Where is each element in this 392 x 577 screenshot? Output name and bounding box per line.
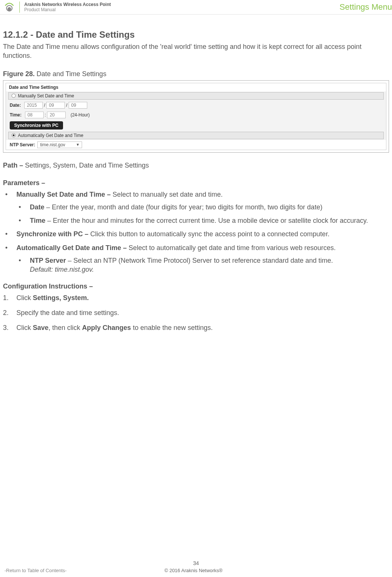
list-item: Date – Enter the year, month and date (f… — [16, 203, 389, 212]
section-heading: 12.1.2 - Date and Time Settings — [3, 29, 389, 40]
list-item: Synchronize with PC – Click this button … — [3, 230, 389, 238]
page-footer: 34 -Return to Table of Contents- © 2016 … — [0, 560, 392, 573]
radio-checked-icon — [12, 133, 16, 137]
ntp-row: NTP Server: time.nist.gov ▼ — [6, 140, 386, 150]
figure-caption: Figure 28. Date and Time Settings — [3, 70, 389, 78]
page-content: 12.1.2 - Date and Time Settings The Date… — [0, 15, 392, 333]
header-subtitle: Product Manual — [24, 7, 339, 12]
figure-title: Date and Time Settings — [35, 70, 106, 78]
parameters-list: Manually Set Date and Time – Select to m… — [3, 190, 389, 274]
date-label: Date: — [10, 103, 21, 108]
manual-date-radio[interactable]: Manually Set Date and Time — [8, 92, 384, 100]
page-header: Araknis Networks Wireless Access Point P… — [0, 0, 392, 15]
ntp-label: NTP Server: — [10, 142, 35, 147]
list-item: Specify the date and time settings. — [3, 308, 389, 317]
time-sep: : — [45, 112, 46, 118]
ss-panel-title: Date and Time Settings — [6, 83, 386, 91]
path-value: Settings, System, Date and Time Settings — [25, 162, 149, 169]
list-item: Automatically Get Date and Time – Select… — [3, 243, 389, 274]
config-steps: Click Settings, System. Specify the date… — [3, 293, 389, 333]
date-month-input[interactable]: 09 — [46, 102, 65, 109]
header-text: Araknis Networks Wireless Access Point P… — [24, 2, 339, 12]
sync-pc-button[interactable]: Synchronize with PC — [10, 121, 63, 130]
header-title: Araknis Networks Wireless Access Point — [24, 2, 339, 7]
time-min-input[interactable]: 20 — [47, 112, 66, 118]
path-line: Path – Settings, System, Date and Time S… — [3, 162, 389, 169]
manual-radio-label: Manually Set Date and Time — [18, 93, 74, 99]
list-item: NTP Server – Select an NTP (Network Time… — [16, 256, 389, 274]
ntp-server-select[interactable]: time.nist.gov ▼ — [37, 141, 82, 148]
settings-menu-link[interactable]: Settings Menu — [339, 2, 392, 12]
figure-screenshot: Date and Time Settings Manually Set Date… — [3, 80, 389, 153]
ntp-value: time.nist.gov — [40, 142, 65, 147]
time-row: Time: 08 : 20 (24-Hour) — [6, 110, 386, 120]
radio-icon — [12, 94, 16, 98]
section-intro: The Date and Time menu allows configurat… — [3, 42, 389, 60]
figure-label: Figure 28. — [3, 70, 35, 78]
path-label: Path – — [3, 162, 25, 169]
time-label: Time: — [10, 112, 22, 118]
return-toc-link[interactable]: -Return to Table of Contents- — [4, 568, 67, 573]
date-sep: / — [44, 103, 45, 108]
copyright: © 2016 Araknis Networks® — [164, 568, 223, 573]
date-year-input[interactable]: 2015 — [24, 102, 43, 109]
auto-radio-label: Automatically Get Date and Time — [18, 133, 83, 138]
auto-date-radio[interactable]: Automatically Get Date and Time — [8, 132, 384, 139]
date-sep: / — [66, 103, 67, 108]
list-item: Time – Enter the hour and minutes for th… — [16, 216, 389, 225]
date-row: Date: 2015 / 09 / 09 — [6, 100, 386, 110]
brand-logo — [4, 1, 20, 13]
time-hour-input[interactable]: 08 — [25, 112, 44, 118]
parameters-heading: Parameters – — [3, 179, 389, 187]
list-item: Manually Set Date and Time – Select to m… — [3, 190, 389, 225]
araknis-logo-icon — [4, 1, 15, 13]
page-number: 34 — [0, 560, 392, 566]
time-note: (24-Hour) — [70, 112, 90, 118]
list-item: Click Settings, System. — [3, 293, 389, 302]
date-day-input[interactable]: 09 — [69, 102, 87, 109]
config-heading: Configuration Instructions – — [3, 283, 389, 290]
list-item: Click Save, then click Apply Changes to … — [3, 323, 389, 332]
chevron-down-icon: ▼ — [76, 143, 80, 147]
